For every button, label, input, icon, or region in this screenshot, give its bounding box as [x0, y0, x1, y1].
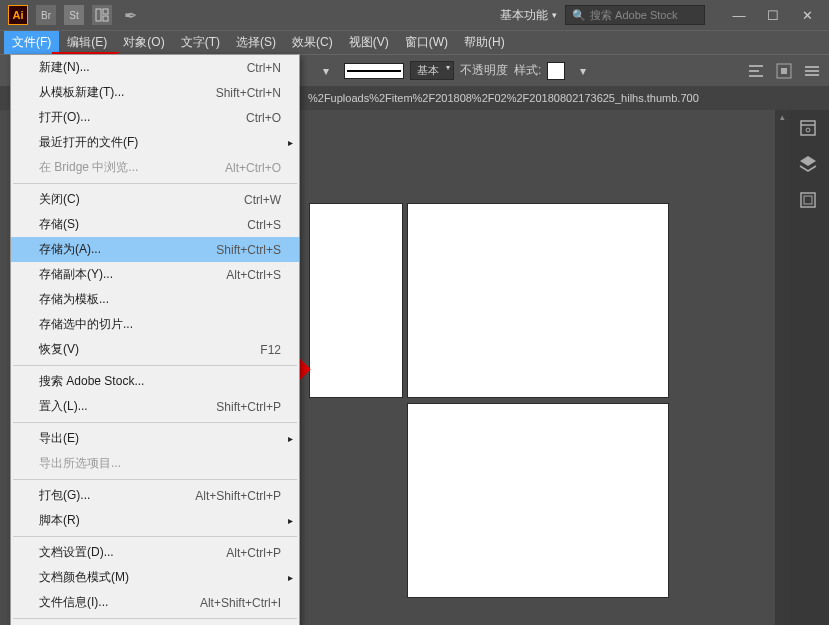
menu-item-shortcut: Alt+Shift+Ctrl+P [195, 489, 281, 503]
menu-effect[interactable]: 效果(C) [284, 31, 341, 54]
arrange-icon[interactable] [92, 5, 112, 25]
titlebar: Ai Br St ✒ 基本功能 ▾ 🔍 搜索 Adobe Stock — ☐ ✕ [0, 0, 829, 30]
svg-rect-1 [103, 9, 108, 14]
menu-item[interactable]: 存储(S)Ctrl+S [11, 212, 299, 237]
dropdown-icon[interactable]: ▾ [314, 59, 338, 83]
menu-item[interactable]: 存储副本(Y)...Alt+Ctrl+S [11, 262, 299, 287]
artboard-1[interactable] [310, 204, 402, 397]
search-placeholder: 搜索 Adobe Stock [590, 8, 677, 23]
right-panel-dock [789, 110, 829, 625]
menu-item-label: 存储副本(Y)... [39, 266, 113, 283]
menu-separator [13, 536, 297, 537]
workspace-switcher[interactable]: 基本功能 ▾ [500, 7, 557, 24]
menu-item-label: 存储为模板... [39, 291, 109, 308]
bridge-icon[interactable]: Br [36, 5, 56, 25]
stock-icon[interactable]: St [64, 5, 84, 25]
menu-help[interactable]: 帮助(H) [456, 31, 513, 54]
workspace-label: 基本功能 [500, 7, 548, 24]
menu-separator [13, 422, 297, 423]
libraries-icon[interactable] [798, 118, 820, 140]
menu-item-label: 新建(N)... [39, 59, 90, 76]
menu-item-shortcut: Ctrl+W [244, 193, 281, 207]
artboard-2[interactable] [408, 204, 668, 397]
menu-item-shortcut: Ctrl+S [247, 218, 281, 232]
menu-item-shortcut: Alt+Ctrl+O [225, 161, 281, 175]
menu-item-shortcut: Shift+Ctrl+N [216, 86, 281, 100]
scroll-up-icon[interactable]: ▴ [775, 110, 789, 124]
menu-item-shortcut: Shift+Ctrl+S [216, 243, 281, 257]
transform-icon[interactable] [775, 62, 793, 80]
menu-item-label: 导出所选项目... [39, 455, 121, 472]
menu-item-label: 存储选中的切片... [39, 316, 133, 333]
vertical-scrollbar[interactable]: ▴ [775, 110, 789, 625]
menu-item[interactable]: 恢复(V)F12 [11, 337, 299, 362]
menu-separator [13, 365, 297, 366]
stroke-preview[interactable] [344, 63, 404, 79]
menu-item-label: 搜索 Adobe Stock... [39, 373, 144, 390]
menu-file[interactable]: 文件(F) [4, 31, 59, 54]
artboard-3[interactable] [408, 404, 668, 597]
feather-icon[interactable]: ✒ [120, 5, 140, 25]
menu-item-label: 关闭(C) [39, 191, 80, 208]
menu-item: 导出所选项目... [11, 451, 299, 476]
maximize-button[interactable]: ☐ [759, 6, 787, 24]
stroke-style-select[interactable]: 基本 [410, 61, 454, 80]
menu-item[interactable]: 置入(L)...Shift+Ctrl+P [11, 394, 299, 419]
menu-item[interactable]: 存储为(A)...Shift+Ctrl+S [11, 237, 299, 262]
menu-item[interactable]: 搜索 Adobe Stock... [11, 369, 299, 394]
menu-item-shortcut: Alt+Ctrl+P [226, 546, 281, 560]
menu-separator [13, 183, 297, 184]
search-stock-input[interactable]: 🔍 搜索 Adobe Stock [565, 5, 705, 25]
menu-item[interactable]: 从模板新建(T)...Shift+Ctrl+N [11, 80, 299, 105]
menu-item-label: 最近打开的文件(F) [39, 134, 138, 151]
menu-window[interactable]: 窗口(W) [397, 31, 456, 54]
menu-select[interactable]: 选择(S) [228, 31, 284, 54]
menu-item[interactable]: 最近打开的文件(F) [11, 130, 299, 155]
menu-item-label: 从模板新建(T)... [39, 84, 124, 101]
menu-item[interactable]: 关闭(C)Ctrl+W [11, 187, 299, 212]
svg-rect-3 [749, 65, 763, 67]
svg-rect-2 [103, 16, 108, 21]
chevron-down-icon: ▾ [552, 10, 557, 20]
menu-item[interactable]: 导出(E) [11, 426, 299, 451]
menu-item-label: 文档设置(D)... [39, 544, 114, 561]
menu-view[interactable]: 视图(V) [341, 31, 397, 54]
minimize-button[interactable]: — [725, 6, 753, 24]
menu-item[interactable]: 存储为模板... [11, 287, 299, 312]
menu-object[interactable]: 对象(O) [115, 31, 172, 54]
menu-item[interactable]: 新建(N)...Ctrl+N [11, 55, 299, 80]
menu-item: 在 Bridge 中浏览...Alt+Ctrl+O [11, 155, 299, 180]
menu-item-label: 打开(O)... [39, 109, 90, 126]
menu-edit[interactable]: 编辑(E) [59, 31, 115, 54]
menu-item[interactable]: 打开(O)...Ctrl+O [11, 105, 299, 130]
menu-item[interactable]: 存储选中的切片... [11, 312, 299, 337]
menu-item-label: 存储(S) [39, 216, 79, 233]
svg-rect-0 [96, 9, 101, 21]
menu-item[interactable]: 文档颜色模式(M) [11, 565, 299, 590]
prefs-icon[interactable] [803, 62, 821, 80]
file-menu-dropdown: 新建(N)...Ctrl+N从模板新建(T)...Shift+Ctrl+N打开(… [10, 54, 300, 625]
svg-rect-10 [805, 74, 819, 76]
menu-type[interactable]: 文字(T) [173, 31, 228, 54]
menu-item[interactable]: 文件信息(I)...Alt+Shift+Ctrl+I [11, 590, 299, 615]
menu-item[interactable]: 脚本(R) [11, 508, 299, 533]
layers-icon[interactable] [798, 154, 820, 176]
style-dropdown-icon[interactable]: ▾ [571, 59, 595, 83]
menu-item-shortcut: Ctrl+N [247, 61, 281, 75]
app-logo: Ai [8, 5, 28, 25]
menu-item[interactable]: 打包(G)...Alt+Shift+Ctrl+P [11, 483, 299, 508]
menu-item[interactable]: 文档设置(D)...Alt+Ctrl+P [11, 540, 299, 565]
style-swatch[interactable] [547, 62, 565, 80]
menu-item-label: 置入(L)... [39, 398, 88, 415]
menu-item-label: 脚本(R) [39, 512, 80, 529]
menu-item-shortcut: Shift+Ctrl+P [216, 400, 281, 414]
close-button[interactable]: ✕ [793, 6, 821, 24]
artboards-icon[interactable] [798, 190, 820, 212]
search-icon: 🔍 [572, 9, 586, 22]
svg-rect-8 [805, 66, 819, 68]
document-tab[interactable]: %2Fuploads%2Fitem%2F201808%2F02%2F201808… [300, 89, 707, 107]
menu-item-label: 打包(G)... [39, 487, 90, 504]
svg-point-11 [806, 128, 810, 132]
menubar: 文件(F) 编辑(E) 对象(O) 文字(T) 选择(S) 效果(C) 视图(V… [0, 30, 829, 54]
align-icon[interactable] [747, 62, 765, 80]
